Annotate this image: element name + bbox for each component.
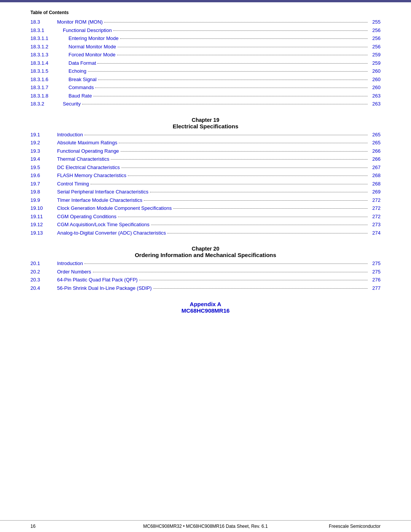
toc-entry-page: 256 — [369, 43, 381, 51]
toc-entry-number: 18.3.1.8 — [30, 92, 68, 100]
toc-entry-title: CGM Operating Conditions — [57, 213, 116, 220]
toc-entry-title: Monitor ROM (MON) — [57, 18, 103, 26]
toc-entry[interactable]: 19.8Serial Peripheral Interface Characte… — [30, 188, 381, 196]
chapter20-label: Chapter 20 — [30, 246, 381, 252]
appendixa-title: MC68HC908MR16 — [30, 307, 381, 314]
toc-entry[interactable]: 18.3Monitor ROM (MON)255 — [30, 18, 381, 26]
toc-entry-dots — [121, 163, 368, 168]
toc-entry-dots — [117, 50, 368, 55]
toc-entry-number: 19.4 — [30, 155, 57, 163]
toc-entry-number: 20.3 — [30, 276, 57, 284]
footer: 16 MC68HC908MR32 • MC68HC908MR16 Data Sh… — [0, 520, 411, 532]
toc-entry-number: 18.3 — [30, 18, 57, 26]
toc-entry[interactable]: 19.1Introduction265 — [30, 131, 381, 139]
toc-entry[interactable]: 19.9TImer Interface Module Characteristi… — [30, 197, 381, 204]
toc-entry-dots — [118, 42, 368, 47]
toc-entry-page: 255 — [369, 18, 381, 26]
toc-entry-dots — [153, 284, 368, 289]
toc-entry-number: 19.8 — [30, 188, 57, 196]
toc-entry-title: TImer Interface Module Characteristics — [57, 197, 142, 204]
toc-entry[interactable]: 18.3.1.7Commands260 — [30, 84, 381, 91]
toc-entry-number: 19.5 — [30, 164, 57, 171]
toc-entry[interactable]: 18.3.1.6Break Signal260 — [30, 76, 381, 83]
toc-entry-title: Echoing — [68, 67, 86, 75]
toc-entry-number: 18.3.1.6 — [30, 76, 68, 83]
toc-entry-number: 19.7 — [30, 180, 57, 188]
toc-entry[interactable]: 19.10Clock Generation Module Component S… — [30, 204, 381, 212]
toc-entry-title: Security — [63, 100, 81, 108]
toc-entry-dots — [93, 267, 368, 272]
toc-entry-title: Absolute Maximum Ratings — [57, 139, 117, 147]
appendixa-label: Appendix A — [30, 301, 381, 307]
toc-entry[interactable]: 19.2Absolute Maximum Ratings265 — [30, 139, 381, 147]
chapter19-label: Chapter 19 — [30, 117, 381, 123]
chapter20-heading: Chapter 20 Ordering Information and Mech… — [30, 246, 381, 258]
toc-entry-dots — [93, 91, 368, 96]
toc-entry-number: 20.4 — [30, 284, 57, 292]
toc-entry-title: 64-Pin Plastic Quad Flat Pack (QFP) — [57, 276, 138, 284]
toc-entry[interactable]: 20.364-Pin Plastic Quad Flat Pack (QFP)2… — [30, 276, 381, 284]
toc-entry-dots — [139, 275, 368, 280]
footer-page-number: 16 — [30, 524, 35, 529]
toc-entry[interactable]: 20.456-Pin Shrink Dual In-Line Package (… — [30, 284, 381, 292]
toc-entry-page: 267 — [369, 164, 381, 171]
toc-entry-number: 18.3.1.3 — [30, 51, 68, 59]
toc-entry-number: 19.3 — [30, 147, 57, 155]
toc-entry[interactable]: 18.3.1.2Normal Monitor Mode256 — [30, 43, 381, 51]
toc-entry-dots — [128, 171, 368, 176]
toc-entry[interactable]: 19.5DC Electrical Characteristics267 — [30, 164, 381, 171]
toc-entry[interactable]: 19.13Analog-to-Digital Converter (ADC) C… — [30, 229, 381, 237]
toc-entry[interactable]: 19.12CGM Acquisition/Lock Time Specifica… — [30, 221, 381, 228]
toc-entry-title: Data Format — [68, 59, 96, 67]
appendixa-heading: Appendix A MC68HC908MR16 — [30, 301, 381, 314]
toc-entry[interactable]: 18.3.1.3Forced Monitor Mode259 — [30, 51, 381, 59]
toc-section-19: 19.1Introduction26519.2Absolute Maximum … — [30, 131, 381, 237]
toc-entry-title: Clock Generation Module Component Specif… — [57, 204, 172, 212]
toc-section-18: 18.3Monitor ROM (MON)25518.3.1Functional… — [30, 18, 381, 108]
toc-entry-dots — [113, 26, 368, 31]
toc-entry[interactable]: 18.3.1.1Entering Monitor Mode256 — [30, 35, 381, 42]
toc-entry[interactable]: 19.4Thermal Characteristics266 — [30, 155, 381, 163]
toc-entry-number: 18.3.1.4 — [30, 59, 68, 67]
toc-entry-title: Introduction — [57, 260, 83, 267]
toc-entry[interactable]: 18.3.1.5Echoing260 — [30, 67, 381, 75]
toc-entry[interactable]: 19.7Control Timing268 — [30, 180, 381, 188]
page-content: Table of Contents 18.3Monitor ROM (MON)2… — [0, 2, 411, 346]
toc-entry-page: 269 — [369, 188, 381, 196]
toc-entry[interactable]: 18.3.1Functional Description256 — [30, 27, 381, 34]
toc-entry[interactable]: 18.3.1.8Baud Rate263 — [30, 92, 381, 100]
toc-entry-dots — [97, 59, 368, 64]
toc-entry-page: 266 — [369, 155, 381, 163]
toc-entry-title: Analog-to-Digital Converter (ADC) Charac… — [57, 229, 166, 237]
toc-entry-title: FLASH Memory Characteristics — [57, 172, 126, 179]
toc-entry[interactable]: 20.2Order Numbers275 — [30, 268, 381, 276]
toc-entry-dots — [98, 75, 368, 80]
footer-right-text: Freescale Semiconductor — [329, 524, 381, 529]
toc-entry-title: Control Timing — [57, 180, 89, 188]
toc-entry[interactable]: 19.11CGM Operating Conditions272 — [30, 213, 381, 220]
toc-entry-title: Serial Peripheral Interface Characterist… — [57, 188, 148, 196]
toc-entry-number: 20.1 — [30, 260, 57, 267]
toc-entry-dots — [144, 196, 368, 201]
toc-entry-dots — [120, 34, 368, 39]
toc-entry-dots — [111, 155, 368, 160]
toc-entry-page: 274 — [369, 229, 381, 237]
toc-entry[interactable]: 19.3Functional Operating Range266 — [30, 147, 381, 155]
toc-entry-dots — [84, 130, 368, 135]
toc-entry-page: 263 — [369, 100, 381, 108]
toc-entry-page: 275 — [369, 260, 381, 267]
toc-entry[interactable]: 19.6FLASH Memory Characteristics268 — [30, 172, 381, 179]
toc-label: Table of Contents — [30, 10, 381, 15]
toc-entry-dots — [119, 138, 368, 143]
toc-entry[interactable]: 20.1Introduction275 — [30, 260, 381, 267]
toc-entry-page: 256 — [369, 27, 381, 34]
toc-entry-title: Normal Monitor Mode — [68, 43, 116, 51]
toc-entry-number: 18.3.2 — [30, 100, 63, 108]
toc-entry-page: 265 — [369, 131, 381, 139]
toc-entry-dots — [173, 204, 368, 209]
toc-entry-title: Baud Rate — [68, 92, 92, 100]
toc-entry-title: Forced Monitor Mode — [68, 51, 116, 59]
toc-entry[interactable]: 18.3.2Security263 — [30, 100, 381, 108]
toc-entry[interactable]: 18.3.1.4Data Format259 — [30, 59, 381, 67]
toc-entry-page: 277 — [369, 284, 381, 292]
